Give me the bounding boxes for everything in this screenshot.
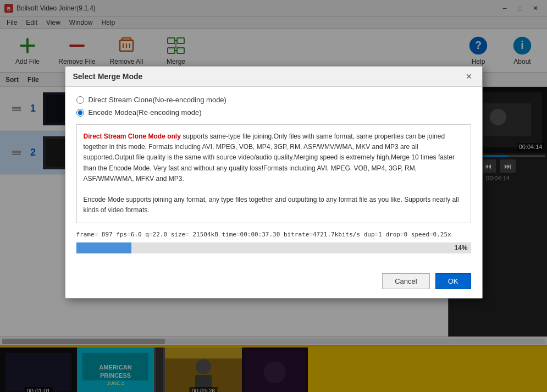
direct-stream-option[interactable]: Direct Stream Clone(No-re-encoding mode) bbox=[76, 96, 471, 104]
progress-percent: 14% bbox=[454, 244, 467, 252]
select-merge-mode-dialog: Select Merge Mode ✕ Direct Stream Clone(… bbox=[65, 66, 483, 299]
info-highlight: Direct Stream Clone Mode only bbox=[84, 132, 181, 140]
progress-bar-fill bbox=[76, 242, 132, 253]
encode-mode-radio[interactable] bbox=[76, 109, 84, 117]
progress-bar-container: 14% bbox=[76, 242, 471, 253]
direct-stream-radio[interactable] bbox=[76, 96, 84, 104]
encode-mode-label: Encode Modea(Re-encoding mode) bbox=[89, 108, 202, 117]
info-text-2: Encode Mode supports joining any format,… bbox=[84, 196, 459, 214]
modal-title: Select Merge Mode bbox=[73, 72, 143, 81]
modal-overlay: Select Merge Mode ✕ Direct Stream Clone(… bbox=[0, 0, 547, 392]
direct-stream-label: Direct Stream Clone(No-re-encoding mode) bbox=[89, 96, 226, 104]
mode-info-box: Direct Stream Clone Mode only supports s… bbox=[76, 124, 471, 223]
cancel-button[interactable]: Cancel bbox=[382, 273, 429, 289]
modal-footer: Cancel OK bbox=[65, 268, 482, 298]
modal-body: Direct Stream Clone(No-re-encoding mode)… bbox=[65, 87, 482, 268]
merge-mode-radio-group: Direct Stream Clone(No-re-encoding mode)… bbox=[76, 96, 471, 117]
progress-info-text: frame= 897 fps=6.0 q=22.0 size= 21504kB … bbox=[76, 231, 471, 238]
modal-header: Select Merge Mode ✕ bbox=[65, 67, 482, 87]
modal-close-button[interactable]: ✕ bbox=[463, 71, 474, 82]
encode-mode-option[interactable]: Encode Modea(Re-encoding mode) bbox=[76, 108, 471, 117]
ok-button[interactable]: OK bbox=[435, 273, 471, 289]
